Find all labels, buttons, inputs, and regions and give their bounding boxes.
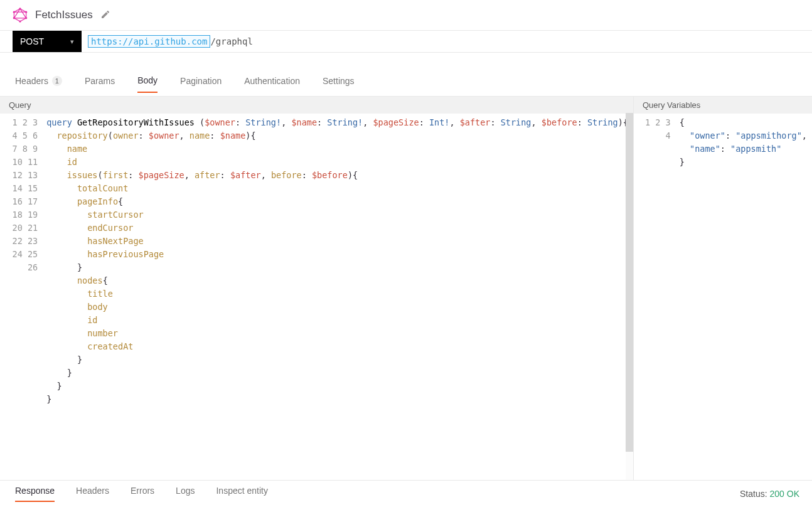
- query-code[interactable]: query GetRepositoryWithIssues ($owner: S…: [41, 114, 633, 480]
- query-gutter: 1 2 3 4 5 6 7 8 9 10 11 12 13 14 15 16 1…: [0, 114, 41, 480]
- url-base: https://api.github.com: [88, 35, 210, 48]
- variables-editor[interactable]: 1 2 3 4 { "owner": "appsmithorg", "name"…: [634, 114, 812, 480]
- svg-point-4: [13, 17, 15, 19]
- tab-authentication[interactable]: Authentication: [244, 76, 300, 92]
- query-pane-title: Query: [0, 97, 633, 114]
- svg-point-5: [13, 11, 15, 13]
- headers-count-badge: 1: [52, 76, 62, 86]
- status-code: 200 OK: [770, 489, 799, 499]
- ftab-inspect[interactable]: Inspect entity: [216, 486, 268, 502]
- svg-point-0: [19, 8, 21, 9]
- svg-point-3: [19, 20, 21, 22]
- scrollbar-thumb[interactable]: [626, 113, 633, 452]
- variables-pane-title: Query Variables: [634, 97, 812, 114]
- chevron-down-icon: ▾: [70, 38, 74, 46]
- editor-panes: Query 1 2 3 4 5 6 7 8 9 10 11 12 13 14 1…: [0, 97, 812, 481]
- url-input[interactable]: https://api.github.com/graphql: [82, 31, 812, 52]
- tab-settings[interactable]: Settings: [323, 76, 355, 92]
- ftab-headers[interactable]: Headers: [76, 486, 109, 502]
- edit-icon[interactable]: [100, 9, 110, 21]
- query-header: FetchIssues: [0, 0, 812, 30]
- query-scrollbar[interactable]: [626, 113, 633, 480]
- query-editor[interactable]: 1 2 3 4 5 6 7 8 9 10 11 12 13 14 15 16 1…: [0, 114, 633, 480]
- response-status: Status: 200 OK: [740, 489, 799, 499]
- tab-body[interactable]: Body: [137, 75, 158, 93]
- variables-pane: Query Variables 1 2 3 4 { "owner": "apps…: [634, 97, 812, 480]
- ftab-errors[interactable]: Errors: [131, 486, 154, 502]
- svg-point-2: [25, 17, 27, 19]
- variables-gutter: 1 2 3 4: [634, 114, 675, 480]
- tab-headers[interactable]: Headers 1: [15, 76, 62, 92]
- http-method-value: POST: [20, 36, 44, 46]
- svg-point-1: [25, 11, 27, 13]
- ftab-logs[interactable]: Logs: [176, 486, 195, 502]
- ftab-response[interactable]: Response: [15, 486, 55, 502]
- graphql-icon: [13, 8, 28, 23]
- response-footer: Response Headers Errors Logs Inspect ent…: [0, 481, 812, 507]
- url-path: /graphql: [210, 36, 252, 46]
- request-tabs: Headers 1 Params Body Pagination Authent…: [0, 70, 812, 97]
- response-tabs: Response Headers Errors Logs Inspect ent…: [15, 486, 268, 502]
- variables-code[interactable]: { "owner": "appsmithorg", "name": "appsm…: [675, 114, 812, 480]
- url-row: POST ▾ https://api.github.com/graphql: [0, 30, 812, 53]
- query-title: FetchIssues: [35, 9, 93, 21]
- http-method-dropdown[interactable]: POST ▾: [13, 31, 82, 52]
- query-pane: Query 1 2 3 4 5 6 7 8 9 10 11 12 13 14 1…: [0, 97, 634, 480]
- tab-params[interactable]: Params: [85, 76, 115, 92]
- tab-pagination[interactable]: Pagination: [180, 76, 222, 92]
